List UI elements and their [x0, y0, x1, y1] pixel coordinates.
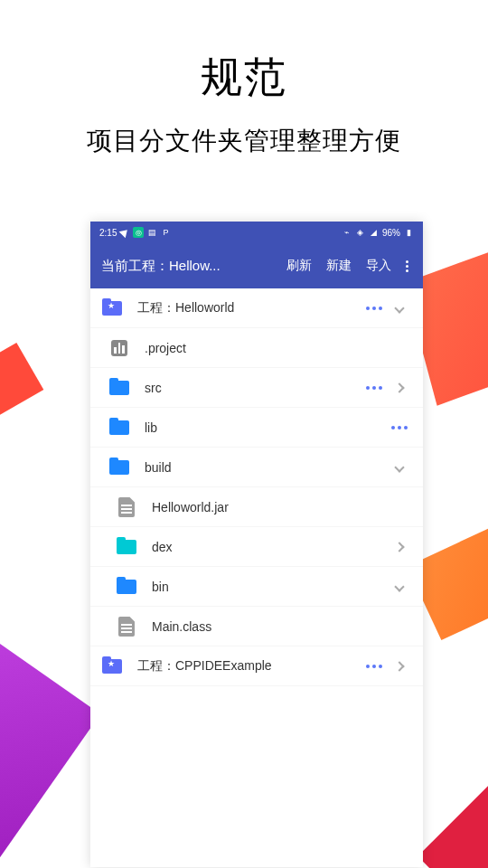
- folder-row-bin[interactable]: bin: [90, 567, 423, 607]
- phone-screenshot: 2:15 ◎ ▤ P ⌁ ◈ ◢ 96% ▮ 当前工程：Hellow... 刷新…: [90, 222, 423, 867]
- folder-row-src[interactable]: src: [90, 368, 423, 408]
- wifi-icon: ◈: [355, 227, 366, 238]
- refresh-button[interactable]: 刷新: [279, 258, 319, 274]
- file-row-project[interactable]: .project: [90, 328, 423, 368]
- expand-toggle[interactable]: [387, 464, 412, 471]
- file-label: src: [145, 381, 361, 395]
- file-label: .project: [145, 341, 412, 355]
- file-icon: [116, 496, 137, 518]
- file-label: build: [145, 460, 387, 475]
- file-label: Helloworld.jar: [152, 500, 412, 514]
- import-button[interactable]: 导入: [359, 258, 399, 274]
- signal-icon: ◢: [369, 227, 380, 238]
- file-label: bin: [152, 580, 387, 594]
- status-time: 2:15: [99, 228, 117, 238]
- new-button[interactable]: 新建: [319, 258, 359, 274]
- file-label: Main.class: [152, 619, 412, 634]
- folder-icon: [116, 576, 137, 598]
- stats-icon: [108, 337, 130, 359]
- app-indicator-icon: ◎: [133, 227, 144, 238]
- app-bar: 当前工程：Hellow... 刷新 新建 导入: [90, 243, 423, 288]
- project-icon: [101, 656, 123, 677]
- page-subtitle: 项目分文件夹管理整理方便: [0, 124, 488, 158]
- expand-toggle[interactable]: [387, 305, 412, 312]
- folder-row-build[interactable]: build: [90, 448, 423, 487]
- folder-row-lib[interactable]: lib: [90, 408, 423, 448]
- bluetooth-icon: ⌁: [342, 227, 352, 238]
- overflow-menu-button[interactable]: [399, 260, 412, 272]
- file-label: 工程：CPPIDEExample: [137, 658, 361, 675]
- folder-icon: [108, 417, 130, 439]
- p-icon: P: [160, 227, 171, 238]
- expand-toggle[interactable]: [387, 543, 412, 551]
- more-button[interactable]: [361, 307, 387, 310]
- expand-toggle[interactable]: [387, 663, 412, 670]
- project-row-helloworld[interactable]: 工程：Helloworld: [90, 288, 423, 328]
- folder-icon: [108, 377, 130, 399]
- more-button[interactable]: [361, 665, 387, 668]
- project-row-cppide[interactable]: 工程：CPPIDEExample: [90, 646, 423, 686]
- appbar-title: 当前工程：Hellow...: [101, 258, 279, 275]
- file-row-jar[interactable]: Helloworld.jar: [90, 487, 423, 527]
- project-icon: [101, 297, 123, 319]
- file-label: lib: [145, 420, 387, 435]
- folder-row-dex[interactable]: dex: [90, 527, 423, 567]
- file-icon: [116, 616, 137, 637]
- status-bar: 2:15 ◎ ▤ P ⌁ ◈ ◢ 96% ▮: [90, 222, 423, 243]
- file-list: 工程：Helloworld .project src lib build H: [90, 288, 423, 686]
- page-title: 规范: [0, 50, 488, 106]
- battery-percent: 96%: [382, 228, 400, 238]
- file-label: 工程：Helloworld: [137, 300, 361, 316]
- folder-icon: [108, 457, 130, 478]
- file-row-class[interactable]: Main.class: [90, 607, 423, 646]
- doc-status-icon: ▤: [146, 227, 157, 238]
- more-button[interactable]: [361, 386, 387, 390]
- expand-toggle[interactable]: [387, 384, 412, 392]
- more-button[interactable]: [387, 426, 412, 429]
- send-icon: [119, 227, 130, 238]
- folder-icon: [116, 536, 137, 558]
- battery-icon: ▮: [403, 227, 414, 238]
- file-label: dex: [152, 540, 387, 554]
- expand-toggle[interactable]: [387, 583, 412, 590]
